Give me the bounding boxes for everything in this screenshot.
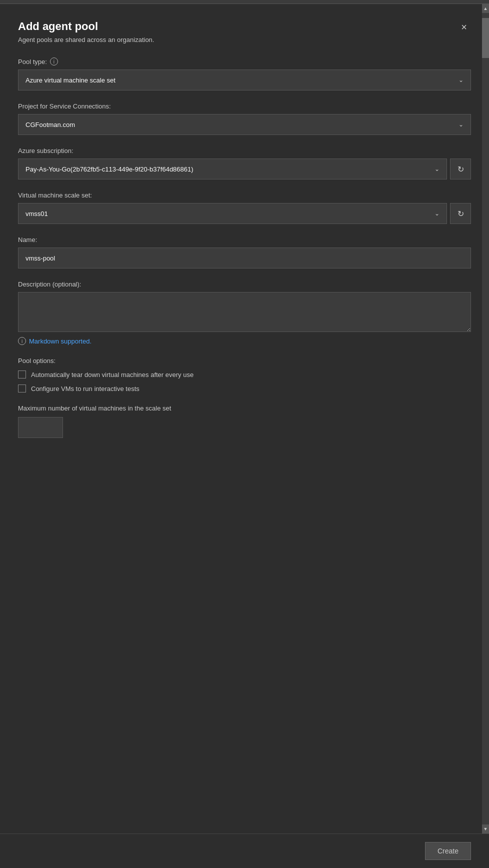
azure-subscription-value: Pay-As-You-Go(2b762fb5-c113-449e-9f20-b3… bbox=[26, 166, 194, 173]
scrollbar-track[interactable] bbox=[482, 13, 489, 824]
project-service-select[interactable]: CGFootman.com ⌄ bbox=[18, 114, 471, 135]
project-service-group: Project for Service Connections: CGFootm… bbox=[18, 102, 471, 135]
azure-subscription-select-wrapper: Pay-As-You-Go(2b762fb5-c113-449e-9f20-b3… bbox=[18, 158, 471, 180]
azure-subscription-refresh-button[interactable]: ↻ bbox=[450, 158, 471, 180]
azure-subscription-label: Azure subscription: bbox=[18, 147, 471, 154]
vmss-value: vmss01 bbox=[26, 210, 48, 218]
pool-options-label: Pool options: bbox=[18, 357, 471, 364]
pool-type-select[interactable]: Azure virtual machine scale set ⌄ bbox=[18, 70, 471, 90]
project-service-value: CGFootman.com bbox=[26, 121, 75, 128]
pool-type-chevron-icon: ⌄ bbox=[458, 76, 464, 84]
panel-header-text: Add agent pool Agent pools are shared ac… bbox=[18, 20, 154, 44]
scrollbar[interactable]: ▲ ▼ bbox=[482, 4, 489, 834]
pool-type-select-wrapper: Azure virtual machine scale set ⌄ bbox=[18, 70, 471, 90]
interactive-tests-checkbox-item[interactable]: Configure VMs to run interactive tests bbox=[18, 384, 471, 392]
panel-title: Add agent pool bbox=[18, 20, 154, 33]
pool-type-value: Azure virtual machine scale set bbox=[26, 76, 116, 84]
name-group: Name: bbox=[18, 236, 471, 268]
project-service-label: Project for Service Connections: bbox=[18, 102, 471, 110]
vmss-label: Virtual machine scale set: bbox=[18, 192, 471, 199]
markdown-info-icon: i bbox=[18, 337, 26, 345]
pool-type-label: Pool type: i bbox=[18, 58, 471, 66]
max-vms-input[interactable] bbox=[18, 417, 63, 438]
top-bar bbox=[0, 0, 489, 4]
azure-subscription-group: Azure subscription: Pay-As-You-Go(2b762f… bbox=[18, 147, 471, 180]
auto-teardown-label: Automatically tear down virtual machines… bbox=[31, 371, 194, 378]
project-service-chevron-icon: ⌄ bbox=[458, 121, 464, 128]
auto-teardown-checkbox-item[interactable]: Automatically tear down virtual machines… bbox=[18, 370, 471, 378]
max-vms-group: Maximum number of virtual machines in th… bbox=[18, 404, 471, 438]
description-input[interactable] bbox=[18, 292, 471, 332]
scrollbar-thumb[interactable] bbox=[482, 18, 489, 58]
vmss-chevron-icon: ⌄ bbox=[434, 210, 440, 217]
add-agent-pool-panel: Add agent pool Agent pools are shared ac… bbox=[0, 0, 489, 868]
create-button[interactable]: Create bbox=[425, 842, 471, 860]
interactive-tests-label: Configure VMs to run interactive tests bbox=[31, 385, 140, 392]
close-button[interactable]: × bbox=[457, 20, 471, 34]
azure-subscription-select[interactable]: Pay-As-You-Go(2b762fb5-c113-449e-9f20-b3… bbox=[18, 158, 447, 180]
pool-type-group: Pool type: i Azure virtual machine scale… bbox=[18, 58, 471, 90]
panel-header: Add agent pool Agent pools are shared ac… bbox=[18, 20, 471, 44]
name-input[interactable] bbox=[18, 248, 471, 268]
markdown-note: i Markdown supported. bbox=[18, 337, 471, 345]
markdown-link[interactable]: Markdown supported. bbox=[29, 338, 92, 345]
scroll-up-arrow[interactable]: ▲ bbox=[482, 4, 489, 13]
description-label: Description (optional): bbox=[18, 280, 471, 288]
panel-content: Add agent pool Agent pools are shared ac… bbox=[0, 4, 489, 834]
scroll-down-arrow[interactable]: ▼ bbox=[482, 824, 489, 834]
vmss-refresh-button[interactable]: ↻ bbox=[450, 203, 471, 224]
pool-options-checkboxes: Automatically tear down virtual machines… bbox=[18, 370, 471, 392]
azure-subscription-chevron-icon: ⌄ bbox=[434, 166, 440, 172]
pool-type-info-icon[interactable]: i bbox=[50, 58, 58, 66]
name-label: Name: bbox=[18, 236, 471, 244]
pool-options-group: Pool options: Automatically tear down vi… bbox=[18, 357, 471, 392]
interactive-tests-checkbox[interactable] bbox=[18, 384, 26, 392]
auto-teardown-checkbox[interactable] bbox=[18, 370, 26, 378]
panel-subtitle: Agent pools are shared across an organiz… bbox=[18, 36, 154, 44]
vmss-select-wrapper: vmss01 ⌄ ↻ bbox=[18, 203, 471, 224]
vmss-select[interactable]: vmss01 ⌄ bbox=[18, 203, 447, 224]
project-service-select-wrapper: CGFootman.com ⌄ bbox=[18, 114, 471, 135]
description-group: Description (optional): i Markdown suppo… bbox=[18, 280, 471, 345]
vmss-group: Virtual machine scale set: vmss01 ⌄ ↻ bbox=[18, 192, 471, 224]
panel-footer: Create bbox=[0, 834, 489, 868]
max-vms-label: Maximum number of virtual machines in th… bbox=[18, 404, 471, 412]
